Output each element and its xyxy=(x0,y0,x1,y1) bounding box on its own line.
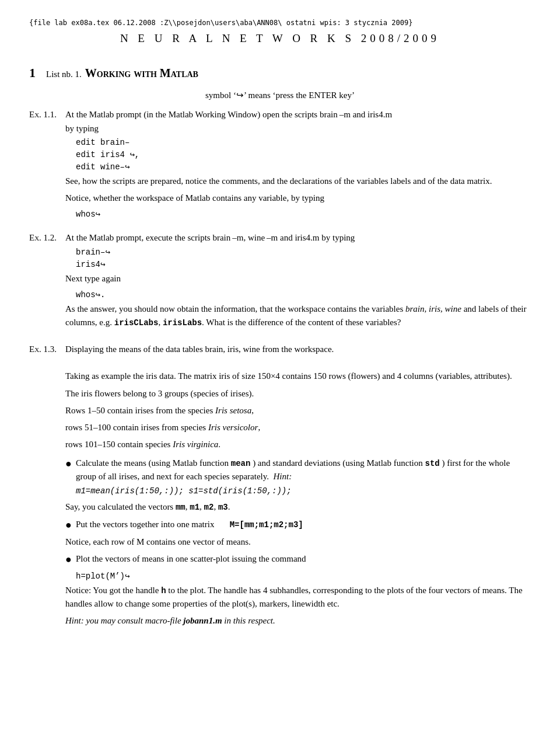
section1-label: List nb. 1. xyxy=(46,68,82,81)
ex13-hplot-cmd: h=plot(M’)↪ xyxy=(76,570,531,583)
ex12-content: At the Matlab prompt, execute the script… xyxy=(65,231,531,333)
section1-title: 1 List nb. 1. Working with Matlab xyxy=(29,63,531,83)
ex13-para4: rows 51–100 contain irises from species … xyxy=(65,421,531,434)
ex11-label: Ex. 1.1. xyxy=(29,108,65,121)
bullet2-dot: ● xyxy=(65,518,76,532)
ex11-code: edit brain– edit iris4 ↪, edit wine–↪ xyxy=(76,137,531,173)
bullet3-content: Plot the vectors of means in one scatter… xyxy=(76,552,531,566)
ex11-para1: See, how the scripts are prepared, notic… xyxy=(65,175,531,188)
bullet3: ● Plot the vectors of means in one scatt… xyxy=(65,552,531,567)
ex11-block: Ex. 1.1. At the Matlab prompt (in the Ma… xyxy=(29,108,531,222)
ex11-whos: whos↪ xyxy=(76,208,531,221)
ex13-para5: rows 101–150 contain species Iris virgin… xyxy=(65,438,531,451)
ex13-content: Displaying the means of the data tables … xyxy=(65,343,531,632)
ex13-para1: Taking as example the iris data. The mat… xyxy=(65,370,531,383)
ex12-next-type: Next type again xyxy=(65,272,531,285)
symbol-line: symbol ‘↪’ means ‘press the ENTER key’ xyxy=(29,89,531,102)
ex13-para2: The iris flowers belong to 3 groups (spe… xyxy=(65,387,531,400)
file-header: {file lab ex08a.tex 06.12.2008 :Z\\posej… xyxy=(29,18,531,29)
bullet1-content: Calculate the means (using Matlab functi… xyxy=(76,457,531,498)
ex13-notice2: Notice: You got the handle h to the plot… xyxy=(65,584,531,611)
bullet1-dot: ● xyxy=(65,457,76,471)
ex12-block: Ex. 1.2. At the Matlab prompt, execute t… xyxy=(29,231,531,333)
ex13-hint-final: Hint: you may consult macro-file jobann1… xyxy=(65,614,531,628)
bullet1: ● Calculate the means (using Matlab func… xyxy=(65,457,531,498)
ex11-para2: Notice, whether the workspace of Matlab … xyxy=(65,191,531,205)
ex12-para1: As the answer, you should now obtain the… xyxy=(65,302,531,330)
bullet2: ● Put the vectors together into one matr… xyxy=(65,518,531,532)
ex13-notice-para: Notice, each row of M contains one vecto… xyxy=(65,535,531,549)
ex12-label: Ex. 1.2. xyxy=(29,231,65,245)
file-info-text: {file lab ex08a.tex 06.12.2008 :Z\\posej… xyxy=(29,19,412,27)
ex12-code: brain–↪ iris4↪ xyxy=(76,246,531,271)
document-title: N E U R A L N E T W O R K S 2008/2009 xyxy=(29,30,531,47)
ex13-label: Ex. 1.3. xyxy=(29,343,65,356)
section1-sublabel: Working with Matlab xyxy=(85,64,198,82)
ex13-block: Ex. 1.3. Displaying the means of the dat… xyxy=(29,343,531,632)
bullet3-dot: ● xyxy=(65,552,76,567)
ex12-whos: whos↪. xyxy=(76,289,531,301)
ex13-say-para: Say, you calculated the vectors mm, m1, … xyxy=(65,500,531,514)
bullet2-content: Put the vectors together into one matrix… xyxy=(76,518,531,532)
section1-num: 1 xyxy=(29,63,36,83)
ex13-para3: Rows 1–50 contain irises from the specie… xyxy=(65,404,531,417)
ex11-content: At the Matlab prompt (in the Matlab Work… xyxy=(65,108,531,222)
